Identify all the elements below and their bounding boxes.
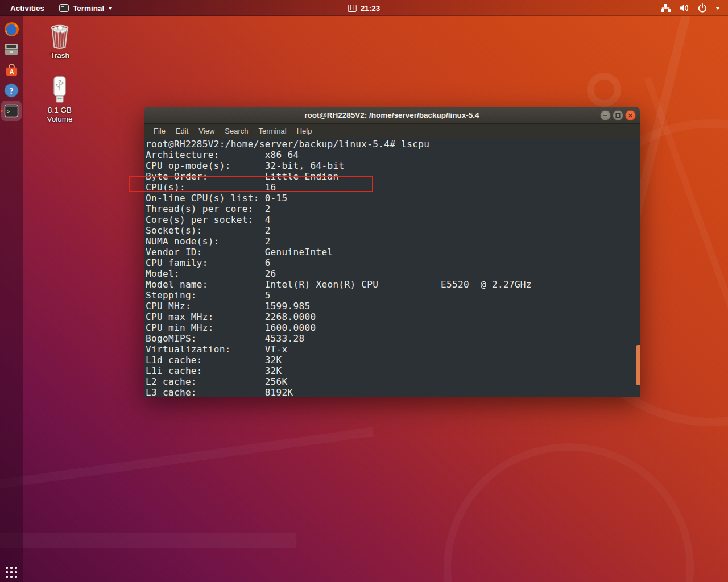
chevron-down-icon (715, 7, 720, 10)
svg-text:A: A (9, 68, 14, 74)
clock-time: 21:23 (361, 4, 380, 13)
activities-button[interactable]: Activities (10, 4, 44, 13)
usb-drive-icon (51, 76, 69, 105)
weekday-icon (348, 5, 357, 12)
trash-icon (49, 24, 71, 50)
wallpaper-ring-small (587, 73, 621, 107)
close-button[interactable] (625, 110, 636, 120)
menu-bar: File Edit View Search Terminal Help (144, 124, 640, 138)
files-icon (4, 42, 19, 57)
desktop-icon-trash[interactable]: Trash (38, 24, 81, 60)
ubuntu-software-icon: A (5, 63, 19, 77)
wallpaper-ring-bottom (444, 443, 694, 582)
trash-label: Trash (50, 51, 69, 60)
help-icon: ? (4, 83, 19, 98)
wallpaper-streak (644, 77, 728, 378)
network-icon (661, 4, 671, 13)
clock-button[interactable]: 21:23 (348, 0, 380, 16)
wallpaper-band (0, 533, 296, 548)
window-title: root@RH2285V2: /home/server/backup/linux… (304, 111, 479, 119)
dock-item-terminal[interactable]: >_ (0, 101, 23, 121)
terminal-icon: >_ (4, 103, 19, 118)
desktop[interactable]: { "top_bar": { "activities_label": "Acti… (0, 0, 728, 582)
terminal-window: root@RH2285V2: /home/server/backup/linux… (144, 107, 640, 397)
menu-edit[interactable]: Edit (171, 127, 193, 135)
wallpaper-diagonal (0, 427, 374, 491)
desktop-icon-volume[interactable]: 8.1 GB Volume (38, 76, 81, 124)
terminal-titlebar[interactable]: root@RH2285V2: /home/server/backup/linux… (144, 107, 640, 124)
app-menu-terminal[interactable]: Terminal (59, 4, 113, 13)
show-applications-button[interactable] (6, 567, 17, 578)
firefox-icon (4, 22, 19, 37)
terminal-icon (59, 4, 69, 12)
menu-terminal[interactable]: Terminal (254, 127, 292, 135)
svg-text:?: ? (9, 86, 14, 95)
dock-item-files[interactable] (0, 39, 23, 60)
volume-label: 8.1 GB Volume (38, 106, 81, 124)
svg-text:>_: >_ (7, 109, 13, 114)
system-tray-menu[interactable] (661, 3, 728, 13)
power-icon (698, 3, 707, 13)
app-menu-label: Terminal (73, 4, 104, 13)
menu-view[interactable]: View (193, 127, 220, 135)
menu-file[interactable]: File (148, 127, 171, 135)
minimize-button[interactable] (600, 110, 611, 120)
menu-search[interactable]: Search (220, 127, 253, 135)
volume-icon (679, 3, 689, 13)
chevron-down-icon (108, 7, 113, 10)
dock: A ? >_ (0, 16, 23, 582)
terminal-scrollbar[interactable] (636, 345, 640, 385)
dock-item-firefox[interactable] (0, 19, 23, 39)
dock-item-ubuntu-software[interactable]: A (0, 60, 23, 80)
top-bar: Activities Terminal 21:23 (0, 0, 728, 16)
maximize-button[interactable] (613, 110, 623, 120)
highlight-rectangle (129, 176, 373, 192)
menu-help[interactable]: Help (292, 127, 317, 135)
dock-item-help[interactable]: ? (0, 80, 23, 101)
